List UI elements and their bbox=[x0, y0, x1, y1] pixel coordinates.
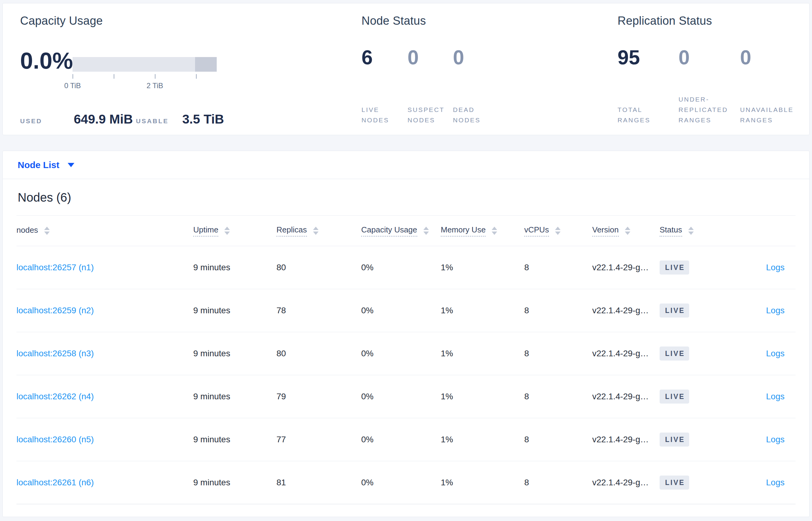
unavailable-ranges-value: 0 bbox=[740, 47, 810, 67]
total-ranges-value: 95 bbox=[618, 47, 678, 67]
node-link[interactable]: localhost:26258 (n3) bbox=[17, 349, 94, 358]
capacity-usage-cell: 0% bbox=[361, 478, 441, 488]
sort-icon bbox=[555, 227, 560, 235]
logs-link[interactable]: Logs bbox=[766, 392, 785, 401]
node-link[interactable]: localhost:26262 (n4) bbox=[17, 392, 94, 401]
under-replicated-ranges-label: UNDER-REPLICATED RANGES bbox=[678, 94, 738, 126]
node-status-title: Node Status bbox=[361, 14, 587, 27]
logs-link[interactable]: Logs bbox=[766, 478, 785, 487]
vcpus-cell: 8 bbox=[524, 392, 592, 402]
replicas-cell: 77 bbox=[277, 435, 361, 445]
dead-nodes-label: DEAD NODES bbox=[453, 105, 494, 126]
logs-link[interactable]: Logs bbox=[766, 263, 785, 272]
cluster-summary-card: Capacity Usage 0.0% 0 TiB 2 TiB USED 649… bbox=[2, 3, 810, 135]
unavailable-ranges-label: UNAVAILABLE RANGES bbox=[740, 105, 799, 126]
memory-use-cell: 1% bbox=[441, 263, 524, 272]
live-nodes-label: LIVE NODES bbox=[361, 105, 403, 126]
view-selector-label: Node List bbox=[18, 160, 59, 170]
sort-icon bbox=[224, 227, 230, 235]
capacity-usage-cell: 0% bbox=[361, 305, 441, 315]
version-cell: v22.1.4-29-g… bbox=[592, 478, 660, 488]
table-row: localhost:26260 (n5) 9 minutes 77 0% 1% … bbox=[17, 418, 795, 461]
version-cell: v22.1.4-29-g… bbox=[592, 435, 660, 445]
view-selector-dropdown[interactable]: Node List bbox=[18, 151, 74, 179]
replication-status-stats: 95 TOTAL RANGES 0 UNDER-REPLICATED RANGE… bbox=[618, 47, 810, 126]
axis-tick-label: 0 TiB bbox=[54, 82, 91, 90]
capacity-usage-figures: USED 649.9 MiB USABLE 3.5 TiB bbox=[20, 111, 294, 127]
capacity-bar: 0 TiB 2 TiB bbox=[73, 57, 217, 72]
node-status-section: Node Status 6 LIVE NODES 0 SUSPECT NODES… bbox=[361, 14, 587, 129]
memory-use-cell: 1% bbox=[441, 435, 524, 445]
vcpus-cell: 8 bbox=[524, 305, 592, 315]
vcpus-cell: 8 bbox=[524, 349, 592, 358]
status-badge: LIVE bbox=[660, 433, 689, 447]
replicas-cell: 81 bbox=[277, 478, 361, 488]
status-badge: LIVE bbox=[660, 303, 689, 318]
live-nodes-stat: 6 LIVE NODES bbox=[361, 47, 408, 126]
column-header-status[interactable]: Status bbox=[660, 225, 727, 237]
table-row: localhost:26258 (n3) 9 minutes 80 0% 1% … bbox=[17, 332, 795, 375]
capacity-usage-cell: 0% bbox=[361, 392, 441, 402]
dead-nodes-value: 0 bbox=[453, 47, 514, 67]
suspect-nodes-label: SUSPECT NODES bbox=[408, 105, 449, 126]
logs-link[interactable]: Logs bbox=[766, 349, 785, 358]
capacity-usage-title: Capacity Usage bbox=[20, 14, 325, 27]
capacity-bar-track bbox=[73, 57, 217, 72]
capacity-bar-segment bbox=[195, 57, 217, 72]
replicas-cell: 79 bbox=[277, 392, 361, 402]
vcpus-cell: 8 bbox=[524, 435, 592, 445]
capacity-usage-section: Capacity Usage 0.0% 0 TiB 2 TiB USED 649… bbox=[20, 14, 325, 129]
memory-use-cell: 1% bbox=[441, 305, 524, 315]
axis-tick-label: 2 TiB bbox=[137, 82, 173, 90]
version-cell: v22.1.4-29-g… bbox=[592, 349, 660, 358]
column-header-vcpus[interactable]: vCPUs bbox=[524, 225, 592, 237]
column-header-memory-use[interactable]: Memory Use bbox=[441, 225, 524, 237]
replicas-cell: 80 bbox=[277, 349, 361, 358]
status-badge: LIVE bbox=[660, 476, 689, 490]
memory-use-cell: 1% bbox=[441, 349, 524, 358]
axis-tick bbox=[155, 74, 156, 79]
logs-link[interactable]: Logs bbox=[766, 305, 785, 315]
replicas-cell: 80 bbox=[277, 263, 361, 272]
sort-icon bbox=[688, 227, 694, 235]
table-row: localhost:26261 (n6) 9 minutes 81 0% 1% … bbox=[17, 461, 795, 504]
version-cell: v22.1.4-29-g… bbox=[592, 305, 660, 315]
replication-status-title: Replication Status bbox=[618, 14, 812, 27]
node-link[interactable]: localhost:26260 (n5) bbox=[17, 435, 94, 444]
total-ranges-stat: 95 TOTAL RANGES bbox=[618, 47, 678, 126]
column-header-nodes[interactable]: nodes bbox=[17, 225, 193, 236]
replication-status-section: Replication Status 95 TOTAL RANGES 0 UND… bbox=[618, 14, 812, 129]
logs-link[interactable]: Logs bbox=[766, 435, 785, 444]
uptime-cell: 9 minutes bbox=[193, 478, 277, 488]
nodes-section-title: Nodes (6) bbox=[17, 179, 795, 216]
column-header-capacity-usage[interactable]: Capacity Usage bbox=[361, 225, 441, 237]
column-header-uptime[interactable]: Uptime bbox=[193, 225, 277, 237]
used-label: USED bbox=[20, 117, 42, 125]
uptime-cell: 9 minutes bbox=[193, 392, 277, 402]
unavailable-ranges-stat: 0 UNAVAILABLE RANGES bbox=[740, 47, 810, 126]
dead-nodes-stat: 0 DEAD NODES bbox=[453, 47, 514, 126]
version-cell: v22.1.4-29-g… bbox=[592, 392, 660, 402]
capacity-used-percent: 0.0% bbox=[20, 47, 73, 74]
vcpus-cell: 8 bbox=[524, 478, 592, 488]
table-row: localhost:26259 (n2) 9 minutes 78 0% 1% … bbox=[17, 289, 795, 332]
memory-use-cell: 1% bbox=[441, 392, 524, 402]
version-cell: v22.1.4-29-g… bbox=[592, 263, 660, 272]
table-body: localhost:26257 (n1) 9 minutes 80 0% 1% … bbox=[17, 246, 795, 504]
axis-tick bbox=[73, 74, 73, 79]
axis-tick bbox=[196, 74, 197, 79]
node-link[interactable]: localhost:26259 (n2) bbox=[17, 305, 94, 315]
capacity-usage-cell: 0% bbox=[361, 435, 441, 445]
table-row: localhost:26257 (n1) 9 minutes 80 0% 1% … bbox=[17, 246, 795, 289]
uptime-cell: 9 minutes bbox=[193, 435, 277, 445]
table-header-row: nodes Uptime Replicas Capacity Usage Mem… bbox=[17, 216, 795, 246]
sort-icon bbox=[313, 227, 318, 235]
under-replicated-ranges-value: 0 bbox=[678, 47, 740, 67]
vcpus-cell: 8 bbox=[524, 263, 592, 272]
column-header-replicas[interactable]: Replicas bbox=[277, 225, 361, 237]
used-value: 649.9 MiB bbox=[74, 112, 133, 127]
column-header-version[interactable]: Version bbox=[592, 225, 660, 237]
memory-use-cell: 1% bbox=[441, 478, 524, 488]
node-link[interactable]: localhost:26261 (n6) bbox=[17, 478, 94, 487]
node-link[interactable]: localhost:26257 (n1) bbox=[17, 263, 94, 272]
